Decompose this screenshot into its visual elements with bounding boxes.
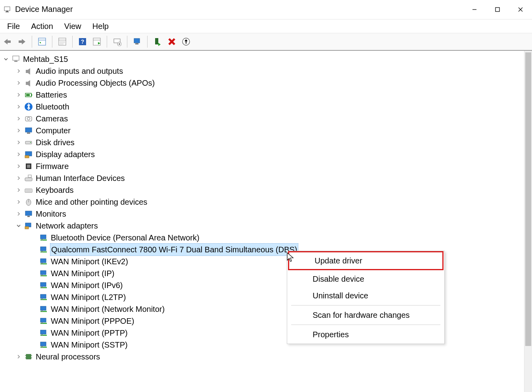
category-icon	[24, 102, 33, 111]
properties-button[interactable]	[56, 35, 69, 48]
show-hide-tree-button[interactable]	[35, 35, 49, 48]
tree-device[interactable]: WAN Miniport (PPTP)	[2, 327, 532, 339]
tree-category-label: Human Interface Devices	[36, 172, 125, 184]
tree-category[interactable]: Display adapters	[2, 148, 532, 160]
tree-category-label: Audio Processing Objects (APOs)	[36, 77, 155, 89]
svg-rect-75	[40, 271, 46, 275]
context-menu-scan-hardware[interactable]: Scan for hardware changes	[287, 307, 444, 323]
tree-category[interactable]: Monitors	[2, 208, 532, 220]
tree-category[interactable]: Computer	[2, 125, 532, 136]
scan-hardware-button[interactable]	[131, 35, 144, 48]
tree-category[interactable]: Audio Processing Objects (APOs)	[2, 77, 532, 89]
category-icon	[24, 221, 33, 231]
enable-device-button[interactable]	[151, 35, 164, 48]
svg-marker-9	[22, 39, 25, 44]
svg-rect-54	[27, 165, 30, 168]
tree-device[interactable]: Qualcomm FastConnect 7800 Wi-Fi 7 Dual B…	[2, 244, 532, 256]
tree-device[interactable]: WAN Miniport (PPPOE)	[2, 315, 532, 327]
tree-device[interactable]: WAN Miniport (L2TP)	[2, 291, 532, 303]
tree-device-label: WAN Miniport (IKEv2)	[51, 256, 128, 267]
svg-rect-29	[155, 38, 158, 44]
tree-category-label: Batteries	[36, 89, 67, 101]
tree-category[interactable]: Disk drives	[2, 136, 532, 148]
chevron-right-icon[interactable]	[15, 175, 22, 182]
chevron-right-icon[interactable]	[15, 103, 22, 110]
svg-rect-74	[42, 263, 42, 264]
uninstall-device-button[interactable]	[165, 35, 179, 48]
minimize-button[interactable]	[463, 0, 486, 19]
menu-help[interactable]: Help	[87, 20, 114, 33]
tree-device[interactable]: WAN Miniport (Network Monitor)	[2, 303, 532, 315]
chevron-right-icon[interactable]	[15, 67, 22, 75]
context-menu-properties[interactable]: Properties	[287, 326, 444, 343]
svg-rect-52	[25, 156, 29, 158]
chevron-right-icon[interactable]	[15, 127, 22, 134]
context-menu-uninstall-device[interactable]: Uninstall device	[287, 287, 444, 304]
menu-view[interactable]: View	[59, 20, 87, 33]
context-menu-disable-device[interactable]: Disable device	[287, 271, 444, 287]
action-list-button[interactable]	[90, 35, 104, 48]
tree-category[interactable]: Batteries	[2, 89, 532, 101]
tree-category[interactable]: Network adapters	[2, 220, 532, 232]
tree-category[interactable]: Neural processors	[2, 351, 532, 363]
tree-root[interactable]: Mehtab_S15	[2, 53, 532, 65]
network-adapter-icon	[39, 316, 48, 326]
scrollbar-thumb[interactable]	[525, 52, 531, 346]
tree-category-label: Display adapters	[36, 148, 95, 160]
tree-category-label: Cameras	[36, 113, 68, 125]
window-title: Device Manager	[15, 5, 73, 14]
device-tree[interactable]: Mehtab_S15 Audio inputs and outputsAudio…	[0, 51, 532, 392]
tree-device[interactable]: WAN Miniport (IP)	[2, 267, 532, 279]
close-button[interactable]	[509, 0, 532, 19]
chevron-right-icon[interactable]	[15, 151, 22, 158]
context-menu-separator	[291, 305, 440, 306]
network-adapter-icon	[39, 328, 48, 338]
help-button[interactable]: ?	[76, 35, 89, 48]
menu-file[interactable]: File	[2, 20, 25, 33]
chevron-right-icon[interactable]	[15, 210, 22, 217]
tree-category[interactable]: Firmware	[2, 160, 532, 172]
computer-icon	[11, 54, 21, 64]
svg-rect-66	[40, 235, 46, 239]
tree-category[interactable]: Mice and other pointing devices	[2, 196, 532, 208]
toolbar-separator	[52, 36, 52, 48]
category-icon	[24, 185, 33, 195]
chevron-right-icon[interactable]	[15, 198, 22, 206]
chevron-right-icon[interactable]	[15, 186, 22, 194]
forward-button[interactable]	[15, 35, 29, 48]
back-button[interactable]	[1, 35, 14, 48]
category-icon	[24, 161, 33, 171]
maximize-button[interactable]	[486, 0, 509, 19]
chevron-down-icon[interactable]	[2, 56, 10, 63]
tree-category[interactable]: Bluetooth	[2, 101, 532, 113]
svg-rect-8	[7, 40, 11, 43]
tree-device-label: WAN Miniport (Network Monitor)	[51, 303, 165, 315]
svg-rect-81	[40, 294, 46, 298]
menu-action[interactable]: Action	[25, 20, 59, 33]
network-adapter-icon	[39, 257, 48, 266]
tree-category[interactable]: Cameras	[2, 113, 532, 125]
update-driver-button[interactable]	[110, 35, 124, 48]
tree-device-label: WAN Miniport (SSTP)	[51, 339, 128, 351]
chevron-right-icon[interactable]	[15, 163, 22, 170]
chevron-right-icon[interactable]	[15, 115, 22, 122]
chevron-down-icon[interactable]	[15, 222, 22, 229]
category-icon	[24, 66, 33, 76]
add-legacy-hardware-button[interactable]	[179, 35, 193, 48]
tree-device[interactable]: WAN Miniport (IKEv2)	[2, 256, 532, 267]
chevron-right-icon[interactable]	[15, 79, 22, 86]
tree-device[interactable]: WAN Miniport (SSTP)	[2, 339, 532, 351]
chevron-right-icon[interactable]	[15, 139, 22, 146]
tree-category[interactable]: Keyboards	[2, 184, 532, 196]
chevron-right-icon[interactable]	[15, 353, 22, 360]
tree-category[interactable]: Audio inputs and outputs	[2, 65, 532, 77]
tree-category[interactable]: Human Interface Devices	[2, 172, 532, 184]
tree-device[interactable]: WAN Miniport (IPv6)	[2, 279, 532, 291]
context-menu-update-driver[interactable]: Update driver	[288, 251, 444, 270]
chevron-right-icon[interactable]	[15, 91, 22, 98]
tree-device-label: WAN Miniport (IPv6)	[51, 279, 123, 291]
vertical-scrollbar[interactable]	[524, 51, 532, 392]
tree-device[interactable]: Bluetooth Device (Personal Area Network)	[2, 232, 532, 244]
svg-rect-36	[14, 61, 17, 62]
svg-rect-55	[25, 178, 32, 181]
